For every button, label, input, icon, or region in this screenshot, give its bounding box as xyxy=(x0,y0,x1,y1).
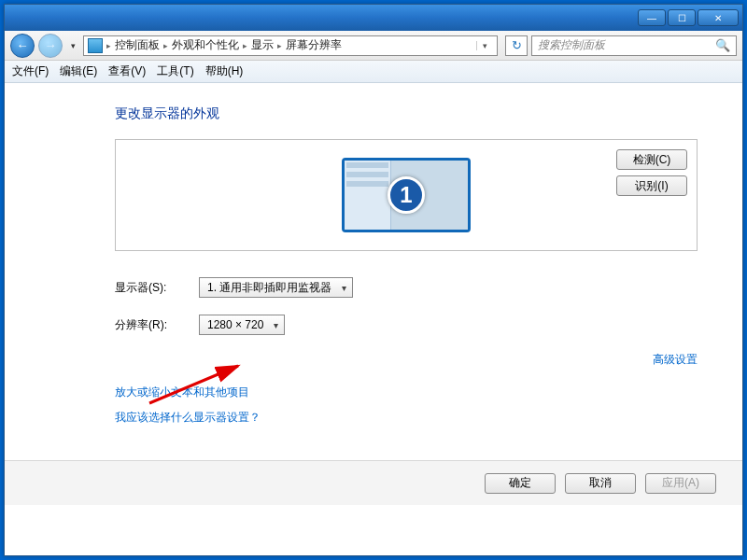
monitor-number-badge: 1 xyxy=(388,176,425,214)
menu-bar: 文件(F) 编辑(E) 查看(V) 工具(T) 帮助(H) xyxy=(5,61,742,83)
monitor-preview[interactable]: 1 xyxy=(342,158,471,232)
resolution-select[interactable]: 1280 × 720 xyxy=(199,315,285,335)
advanced-settings-link[interactable]: 高级设置 xyxy=(653,353,698,366)
display-select-value: 1. 通用非即插即用监视器 xyxy=(207,280,331,296)
detect-button[interactable]: 检测(C) xyxy=(616,149,687,170)
breadcrumb-sep-icon: ▸ xyxy=(163,41,168,50)
breadcrumb-sep-icon: ▸ xyxy=(106,41,111,50)
resolution-select-value: 1280 × 720 xyxy=(207,318,263,331)
resolution-label: 分辨率(R): xyxy=(115,317,180,333)
breadcrumb-sep-icon: ▸ xyxy=(243,41,247,50)
menu-help[interactable]: 帮助(H) xyxy=(205,63,244,79)
identify-button[interactable]: 识别(I) xyxy=(616,175,687,196)
control-panel-window: — ☐ ✕ ← → ▾ ▸ 控制面板 ▸ 外观和个性化 ▸ 显示 ▸ 屏幕分辨率… xyxy=(4,4,743,556)
close-button[interactable]: ✕ xyxy=(698,9,739,26)
menu-file[interactable]: 文件(F) xyxy=(12,63,49,79)
monitor-screen-left xyxy=(345,161,391,230)
breadcrumb-item[interactable]: 显示 xyxy=(251,37,274,53)
which-settings-link[interactable]: 我应该选择什么显示器设置？ xyxy=(115,410,698,426)
address-bar[interactable]: ▸ 控制面板 ▸ 外观和个性化 ▸ 显示 ▸ 屏幕分辨率 ▾ xyxy=(83,35,498,56)
breadcrumb-sep-icon: ▸ xyxy=(277,41,282,50)
maximize-button[interactable]: ☐ xyxy=(668,9,696,26)
nav-history-chevron-icon[interactable]: ▾ xyxy=(66,41,79,50)
content-area: 更改显示器的外观 1 检测(C) 识别(I) 显示器(S): 1. 通用非即插即… xyxy=(5,83,742,494)
menu-edit[interactable]: 编辑(E) xyxy=(60,63,97,79)
apply-button[interactable]: 应用(A) xyxy=(645,473,716,494)
display-label: 显示器(S): xyxy=(115,280,180,296)
refresh-button[interactable]: ↻ xyxy=(505,35,528,56)
ok-button[interactable]: 确定 xyxy=(485,473,556,494)
nav-forward-button[interactable]: → xyxy=(38,34,63,58)
search-input[interactable]: 搜索控制面板 🔍 xyxy=(531,35,737,56)
nav-back-button[interactable]: ← xyxy=(10,34,35,58)
navigation-bar: ← → ▾ ▸ 控制面板 ▸ 外观和个性化 ▸ 显示 ▸ 屏幕分辨率 ▾ ↻ 搜… xyxy=(5,31,742,61)
control-panel-icon xyxy=(88,38,103,53)
cancel-button[interactable]: 取消 xyxy=(565,473,636,494)
search-icon: 🔍 xyxy=(715,38,730,52)
display-preview-box: 1 检测(C) 识别(I) xyxy=(115,139,698,251)
breadcrumb-item[interactable]: 外观和个性化 xyxy=(172,37,239,53)
page-heading: 更改显示器的外观 xyxy=(115,105,698,122)
menu-tools[interactable]: 工具(T) xyxy=(157,63,193,79)
address-dropdown-icon[interactable]: ▾ xyxy=(476,41,493,50)
breadcrumb-item[interactable]: 屏幕分辨率 xyxy=(286,37,342,53)
search-placeholder: 搜索控制面板 xyxy=(538,37,605,53)
window-titlebar: — ☐ ✕ xyxy=(5,5,742,31)
menu-view[interactable]: 查看(V) xyxy=(108,63,146,79)
refresh-icon: ↻ xyxy=(512,38,522,52)
minimize-button[interactable]: — xyxy=(638,9,666,26)
text-size-link[interactable]: 放大或缩小文本和其他项目 xyxy=(115,385,698,400)
dialog-footer: 确定 取消 应用(A) xyxy=(5,460,742,505)
display-select[interactable]: 1. 通用非即插即用监视器 xyxy=(199,277,353,298)
breadcrumb-item[interactable]: 控制面板 xyxy=(115,37,160,53)
